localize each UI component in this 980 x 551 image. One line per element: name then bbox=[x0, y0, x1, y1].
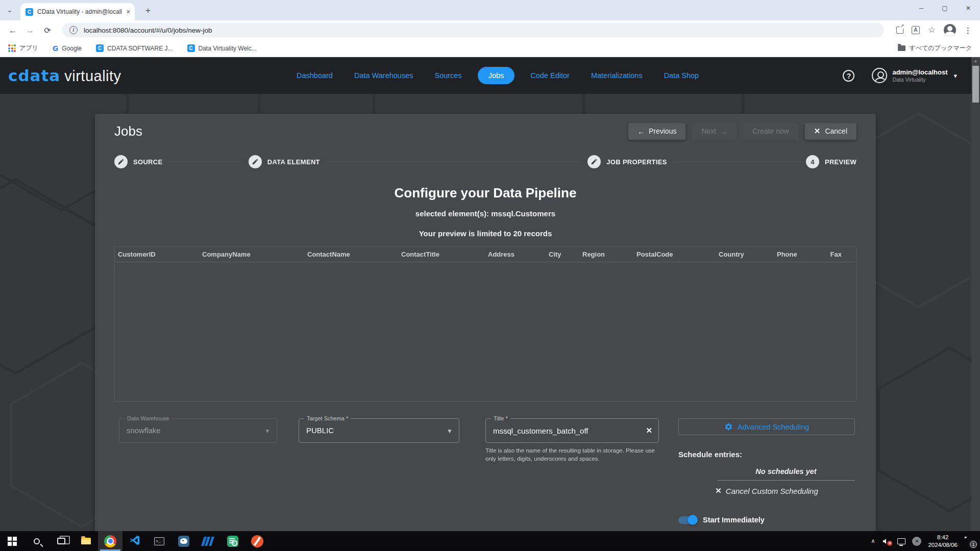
bookmark-google[interactable]: G Google bbox=[53, 44, 82, 53]
cdata-virtuality-logo[interactable]: cdata virtuality bbox=[8, 66, 121, 85]
edit-pencil-icon bbox=[114, 155, 128, 168]
field-label: Title * bbox=[491, 415, 510, 421]
tray-app-icon[interactable]: ✕ bbox=[912, 537, 921, 546]
column-header: Region bbox=[579, 247, 633, 262]
windows-logo-icon bbox=[8, 537, 17, 546]
app-nav-items: Dashboard Data Warehouses Sources Jobs C… bbox=[286, 57, 709, 94]
address-bar[interactable]: i localhost:8080/account/#/u/0/jobs/new-… bbox=[62, 23, 884, 37]
nav-item-code-editor[interactable]: Code Editor bbox=[530, 71, 570, 80]
start-immediately-toggle[interactable] bbox=[678, 516, 697, 524]
page-scrollbar[interactable]: ▲ bbox=[971, 57, 980, 531]
tab-title: CData Virtuality - admin@locall bbox=[37, 8, 123, 15]
step-number: 4 bbox=[811, 158, 814, 166]
browser-menu-icon[interactable]: ⋮ bbox=[964, 27, 972, 34]
nav-item-dashboard[interactable]: Dashboard bbox=[297, 71, 333, 80]
bookmark-apps[interactable]: アプリ bbox=[8, 44, 38, 53]
clock-time: 8:42 bbox=[928, 534, 958, 541]
window-minimize-button[interactable]: ─ bbox=[910, 0, 933, 17]
nav-item-data-shop[interactable]: Data Shop bbox=[664, 71, 699, 80]
file-explorer-button[interactable] bbox=[74, 531, 98, 551]
tab-close-icon[interactable]: ✕ bbox=[126, 9, 131, 15]
data-warehouse-select[interactable]: Data Warehouse snowflake ▼ bbox=[119, 418, 277, 443]
chrome-icon bbox=[104, 535, 116, 547]
layers-app-taskbar-button[interactable] bbox=[196, 531, 220, 551]
column-header: City bbox=[546, 247, 579, 262]
site-info-icon[interactable]: i bbox=[69, 26, 78, 34]
forward-icon[interactable]: → bbox=[23, 24, 37, 37]
step-connector bbox=[672, 162, 801, 162]
clear-icon[interactable]: ✕ bbox=[646, 426, 652, 435]
reload-icon[interactable]: ⟳ bbox=[41, 24, 54, 37]
mute-badge: ✕ bbox=[887, 541, 892, 546]
advanced-scheduling-button[interactable]: Advanced Scheduling bbox=[678, 418, 855, 435]
nav-item-jobs[interactable]: Jobs bbox=[478, 67, 515, 84]
step-data-element[interactable]: DATA ELEMENT bbox=[249, 155, 320, 168]
selected-elements-text: selected element(s): mssql.Customers bbox=[114, 209, 856, 218]
clock-date: 2024/08/06 bbox=[928, 541, 958, 549]
nav-item-data-warehouses[interactable]: Data Warehouses bbox=[354, 71, 413, 80]
chevron-up-icon[interactable]: ∧ bbox=[871, 538, 875, 544]
network-icon[interactable] bbox=[897, 538, 905, 544]
cancel-button[interactable]: ✕ Cancel bbox=[805, 123, 856, 140]
scroll-up-icon[interactable]: ▲ bbox=[971, 57, 980, 65]
scrollbar-thumb[interactable] bbox=[972, 66, 979, 103]
log-viewer-taskbar-button[interactable] bbox=[220, 531, 245, 551]
system-tray: ∧ ✕ ✕ 8:42 2024/08/06 1 bbox=[871, 531, 980, 551]
browser-tab[interactable]: C CData Virtuality - admin@locall ✕ bbox=[20, 3, 135, 20]
step-source[interactable]: SOURCE bbox=[114, 155, 162, 168]
column-header: Fax bbox=[823, 247, 856, 262]
step-job-properties[interactable]: JOB PROPERTIES bbox=[587, 155, 667, 168]
step-label: DATA ELEMENT bbox=[267, 158, 320, 166]
profile-avatar-icon[interactable] bbox=[944, 24, 956, 36]
windows-taskbar: >_ ∧ ✕ ✕ 8:42 2024/08/06 bbox=[0, 531, 980, 551]
chrome-taskbar-button[interactable] bbox=[98, 531, 122, 551]
vscode-taskbar-button[interactable] bbox=[122, 531, 147, 551]
search-icon bbox=[34, 538, 40, 544]
step-preview[interactable]: 4 PREVIEW bbox=[806, 155, 856, 168]
new-tab-button[interactable]: + bbox=[142, 5, 154, 17]
taskbar-clock[interactable]: 8:42 2024/08/06 bbox=[928, 534, 958, 549]
all-bookmarks-button[interactable]: すべてのブックマーク bbox=[898, 44, 972, 53]
task-view-button[interactable] bbox=[49, 531, 74, 551]
notifications-button[interactable]: 1 bbox=[964, 537, 975, 546]
open-in-new-icon[interactable] bbox=[896, 27, 903, 34]
field-label: Target Schema * bbox=[304, 415, 351, 421]
column-header: CustomerID bbox=[115, 247, 199, 262]
title-input[interactable] bbox=[486, 419, 658, 442]
step-label: JOB PROPERTIES bbox=[606, 158, 667, 166]
volume-muted-icon[interactable]: ✕ bbox=[881, 537, 891, 545]
pgadmin-taskbar-button[interactable] bbox=[172, 531, 196, 551]
terminal-taskbar-button[interactable]: >_ bbox=[147, 531, 172, 551]
previous-button[interactable]: ← Previous bbox=[628, 123, 685, 140]
nav-item-sources[interactable]: Sources bbox=[434, 71, 461, 80]
column-header: Country bbox=[716, 247, 774, 262]
account-menu[interactable]: admin@localhost Data Virtuality ▾ bbox=[872, 68, 957, 83]
app-viewport: cdata virtuality Dashboard Data Warehous… bbox=[0, 57, 980, 531]
edit-pencil-icon bbox=[587, 155, 601, 168]
back-icon[interactable]: ← bbox=[6, 24, 19, 37]
orange-app-taskbar-button[interactable] bbox=[245, 531, 270, 551]
screen: ⌄ C CData Virtuality - admin@locall ✕ + … bbox=[0, 0, 980, 551]
create-now-button[interactable]: Create now bbox=[743, 123, 798, 140]
next-button[interactable]: Next → bbox=[692, 123, 737, 140]
translate-icon[interactable]: A bbox=[912, 26, 920, 34]
nav-item-materializations[interactable]: Materializations bbox=[591, 71, 643, 80]
tab-search-icon[interactable]: ⌄ bbox=[4, 5, 15, 16]
window-maximize-button[interactable]: ▢ bbox=[933, 0, 957, 17]
column-header: Address bbox=[485, 247, 546, 262]
bookmark-cdata-software[interactable]: C CDATA SOFTWARE J... bbox=[96, 44, 173, 52]
bookmark-data-virtuality[interactable]: C Data Virtuality Welc... bbox=[187, 44, 257, 52]
cancel-custom-scheduling-button[interactable]: ✕ Cancel Custom Scheduling bbox=[678, 486, 855, 495]
preview-table: CustomerID CompanyName ContactName Conta… bbox=[114, 246, 856, 402]
help-icon[interactable]: ? bbox=[843, 70, 854, 82]
bookmark-star-icon[interactable]: ☆ bbox=[928, 26, 936, 34]
bookmark-label: Data Virtuality Welc... bbox=[199, 45, 257, 52]
title-helper-text: Title is also the name of the resulting … bbox=[485, 446, 655, 463]
target-schema-select[interactable]: Target Schema * PUBLIC ▼ bbox=[299, 418, 459, 443]
apps-grid-icon bbox=[8, 44, 16, 52]
logo-primary: cdata bbox=[8, 66, 60, 85]
taskbar-search-button[interactable] bbox=[24, 531, 49, 551]
window-close-button[interactable]: ✕ bbox=[957, 0, 980, 17]
start-button[interactable] bbox=[0, 531, 24, 551]
title-field[interactable]: Title * ✕ bbox=[485, 418, 659, 443]
